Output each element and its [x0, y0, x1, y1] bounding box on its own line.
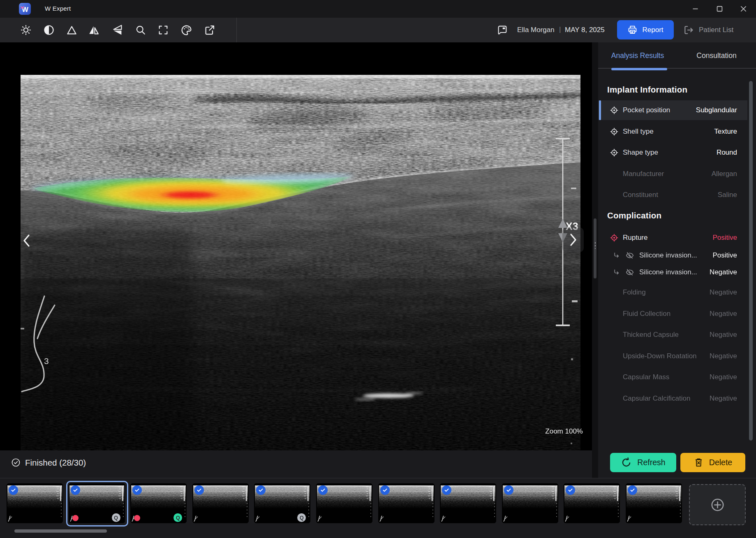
ultrasound-viewer: 3 X3 — [0, 42, 592, 450]
finding-value: Subglandular — [696, 106, 737, 114]
report-label: Report — [642, 26, 663, 34]
triangle-icon[interactable] — [65, 24, 78, 36]
finding-row[interactable]: ConstituentSaline — [598, 185, 756, 205]
filmstrip: QQQ — [0, 478, 756, 538]
finding-value: Negative — [710, 268, 737, 276]
eye-off-icon — [626, 251, 634, 260]
finding-value: Positive — [712, 234, 737, 242]
export-icon[interactable] — [203, 24, 216, 36]
panel-actions: Refresh Delete — [598, 453, 756, 479]
magnifier-icon[interactable] — [134, 24, 147, 36]
checked-badge-icon — [194, 485, 204, 495]
tab-consultation[interactable]: Consultation — [677, 42, 756, 69]
toolbar: Ella Morgan | MAY 8, 2025 Report Patient… — [0, 18, 756, 42]
finding-row[interactable]: Thickend CapsuleNegative — [598, 325, 756, 345]
thumbnail[interactable] — [192, 483, 249, 523]
maximize-icon[interactable] — [713, 2, 726, 15]
target-icon — [610, 128, 618, 136]
toolbar-separator — [236, 18, 237, 42]
prev-image-button[interactable] — [21, 232, 33, 250]
finding-value: Texture — [714, 128, 737, 136]
thumbnail[interactable] — [564, 483, 620, 523]
refresh-label: Refresh — [637, 458, 665, 467]
flip-horizontal-icon[interactable] — [88, 24, 100, 36]
eye-off-icon — [626, 268, 634, 276]
thumbnail[interactable]: Q — [254, 483, 310, 523]
finding-label: Pocket position — [623, 106, 670, 114]
chat-icon[interactable] — [497, 24, 508, 36]
finding-label: Folding — [623, 288, 646, 297]
finding-row[interactable]: Shape typeRound — [598, 143, 756, 162]
finding-row[interactable]: Capsular CalcificationNegative — [598, 389, 756, 408]
finding-value: Negative — [710, 373, 737, 381]
thumbnail[interactable] — [316, 483, 372, 523]
finding-row[interactable]: Upside-Down RoatationNegative — [598, 346, 756, 366]
delete-button[interactable]: Delete — [680, 453, 745, 472]
report-button[interactable]: Report — [617, 20, 674, 39]
finding-label: Upside-Down Roatation — [623, 352, 697, 360]
fullscreen-icon[interactable] — [157, 24, 169, 36]
finding-label: Shape type — [623, 148, 658, 157]
finding-row[interactable]: Silicone invasion...Negative — [598, 264, 756, 281]
printer-icon — [627, 25, 638, 35]
sub-arrow-icon — [613, 269, 620, 276]
header-separator: | — [559, 26, 561, 34]
finding-label: Shell type — [623, 128, 654, 136]
minimize-icon[interactable] — [689, 2, 701, 15]
drag-dots-icon — [595, 242, 596, 249]
app-title: W Expert — [45, 5, 71, 12]
target-icon — [610, 106, 618, 114]
delete-label: Delete — [709, 458, 732, 467]
thumbnail[interactable] — [7, 483, 63, 523]
next-image-button[interactable] — [562, 227, 584, 252]
finding-row[interactable]: RupturePositive — [598, 228, 756, 247]
finding-row[interactable]: Shell typeTexture — [598, 122, 756, 141]
finding-label: Rupture — [623, 234, 647, 242]
finding-label: Fluid Collection — [623, 310, 670, 318]
finding-row[interactable]: Pocket positionSubglandular — [598, 100, 747, 120]
palette-icon[interactable] — [180, 24, 192, 36]
refresh-button[interactable]: Refresh — [610, 453, 676, 472]
titlebar: W W Expert — [0, 0, 756, 18]
contrast-icon[interactable] — [43, 24, 55, 36]
finding-label: Silicone invasion... — [639, 268, 697, 276]
finding-value: Negative — [710, 310, 737, 318]
section-title: Implant Information — [607, 85, 756, 95]
thumbnail[interactable] — [626, 483, 682, 523]
finding-row[interactable]: FoldingNegative — [598, 283, 756, 302]
thumbnail[interactable]: Q — [130, 483, 187, 523]
panel-divider — [592, 42, 598, 478]
logo-letter: W — [22, 6, 28, 13]
tab-analysis-results[interactable]: Analysis Results — [598, 42, 677, 69]
sidebar-scrollbar[interactable] — [749, 81, 753, 441]
close-icon[interactable] — [737, 2, 749, 15]
thumbnail[interactable] — [440, 483, 496, 523]
thumbnail-selected[interactable]: Q — [69, 483, 125, 523]
ultrasound-image[interactable]: 3 X3 — [21, 75, 580, 450]
trash-icon — [694, 457, 704, 468]
analysis-rows: Implant Information Pocket positionSubgl… — [598, 69, 756, 410]
finding-row[interactable]: ManufacturerAllergan — [598, 164, 756, 184]
finding-row[interactable]: Silicone invasion...Positive — [598, 247, 756, 264]
brightness-icon[interactable] — [20, 24, 32, 36]
section-title: Complication — [607, 211, 756, 220]
finding-label: Manufacturer — [623, 170, 664, 178]
checked-badge-icon — [71, 485, 80, 495]
finding-value: Round — [717, 148, 737, 157]
add-image-tile[interactable] — [689, 484, 746, 525]
finding-value: Saline — [718, 191, 737, 199]
thumbnail[interactable] — [378, 483, 435, 523]
patient-list-button[interactable]: Patient List — [683, 24, 733, 36]
finding-row[interactable]: Capsular MassNegative — [598, 367, 756, 387]
finding-label: Thickend Capsule — [623, 331, 679, 339]
patient-list-label: Patient List — [699, 26, 733, 34]
finding-row[interactable]: Fluid CollectionNegative — [598, 304, 756, 324]
thumbnail[interactable] — [502, 483, 558, 523]
flip-vertical-icon[interactable] — [111, 24, 124, 36]
finding-value: Negative — [710, 394, 737, 403]
filmstrip-scrollbar[interactable] — [14, 529, 107, 533]
checked-badge-icon — [9, 485, 18, 495]
statusbar: Finished (28/30) — [0, 450, 592, 478]
analysis-panel: Analysis Results Consultation Implant In… — [598, 42, 756, 478]
app-window: W W Expert — [0, 0, 756, 538]
